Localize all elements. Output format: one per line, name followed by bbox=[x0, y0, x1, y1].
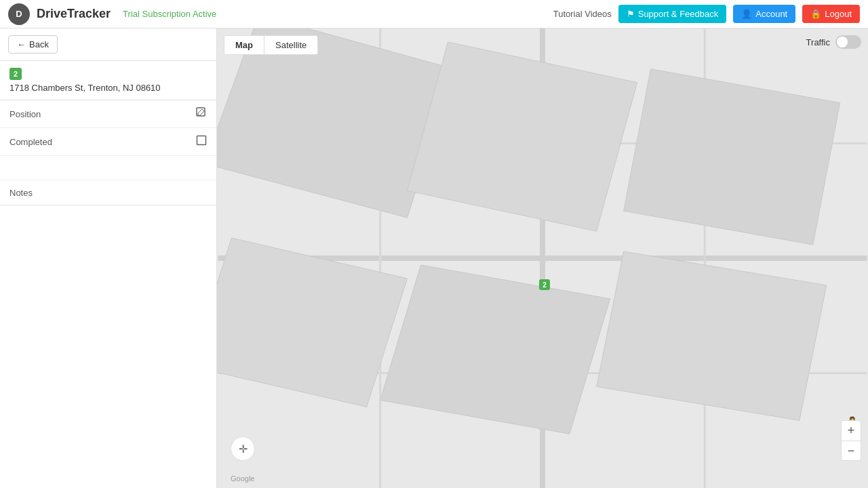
edit-icon bbox=[196, 108, 207, 120]
lock-icon: 🔒 bbox=[810, 9, 821, 19]
account-button[interactable]: 👤 Account bbox=[733, 5, 795, 23]
toggle-knob bbox=[837, 37, 848, 47]
map-tab-satellite[interactable]: Satellite bbox=[264, 36, 317, 54]
completed-field-row: Completed bbox=[0, 128, 216, 156]
main-layout: ← Back 2 1718 Chambers St, Trenton, NJ 0… bbox=[0, 28, 868, 488]
map-area[interactable]: Map Satellite Traffic 2 ✛ Google 🧍 + − bbox=[217, 28, 868, 488]
tutorial-link[interactable]: Tutorial Videos bbox=[553, 9, 612, 19]
notes-section: Notes bbox=[0, 180, 216, 205]
position-field-row: Position bbox=[0, 100, 216, 128]
position-label: Position bbox=[9, 109, 41, 119]
sidebar: ← Back 2 1718 Chambers St, Trenton, NJ 0… bbox=[0, 28, 217, 488]
position-edit-button[interactable] bbox=[196, 107, 207, 121]
traffic-label: Traffic bbox=[806, 37, 830, 47]
notes-divider bbox=[0, 205, 216, 206]
app-title: DriveTracker bbox=[37, 7, 111, 21]
back-arrow-icon: ← bbox=[17, 39, 26, 49]
zoom-in-button[interactable]: + bbox=[841, 420, 861, 441]
notes-label: Notes bbox=[9, 188, 33, 198]
trial-badge: Trial Subscription Active bbox=[123, 9, 216, 19]
map-background bbox=[217, 28, 868, 488]
user-icon: 👤 bbox=[741, 9, 752, 19]
support-button[interactable]: ⚑ Support & Feedback bbox=[618, 5, 727, 23]
map-stop-marker[interactable]: 2 bbox=[539, 279, 550, 290]
compass-icon: ✛ bbox=[239, 443, 248, 455]
completed-label: Completed bbox=[9, 137, 52, 147]
back-button[interactable]: ← Back bbox=[8, 35, 58, 54]
svg-rect-1 bbox=[197, 136, 206, 145]
traffic-toggle-area: Traffic bbox=[806, 35, 861, 49]
checkbox-icon bbox=[196, 136, 207, 148]
stop-number-badge: 2 bbox=[9, 68, 22, 80]
map-tabs: Map Satellite bbox=[224, 35, 318, 55]
zoom-controls: + − bbox=[841, 420, 861, 461]
google-logo: Google bbox=[231, 474, 254, 483]
back-button-row: ← Back bbox=[0, 28, 216, 61]
flag-icon: ⚑ bbox=[627, 9, 635, 19]
traffic-toggle-switch[interactable] bbox=[835, 35, 861, 49]
empty-row bbox=[0, 156, 216, 180]
zoom-out-button[interactable]: − bbox=[841, 441, 861, 461]
logout-button[interactable]: 🔒 Logout bbox=[802, 5, 860, 23]
completed-checkbox-button[interactable] bbox=[196, 135, 207, 148]
map-compass-button[interactable]: ✛ bbox=[231, 436, 255, 461]
app-logo: D bbox=[8, 3, 30, 25]
stop-address: 1718 Chambers St, Trenton, NJ 08610 bbox=[9, 83, 207, 93]
stop-card: 2 1718 Chambers St, Trenton, NJ 08610 bbox=[0, 61, 216, 100]
map-tab-map[interactable]: Map bbox=[224, 36, 264, 54]
app-header: D DriveTracker Trial Subscription Active… bbox=[0, 0, 868, 28]
